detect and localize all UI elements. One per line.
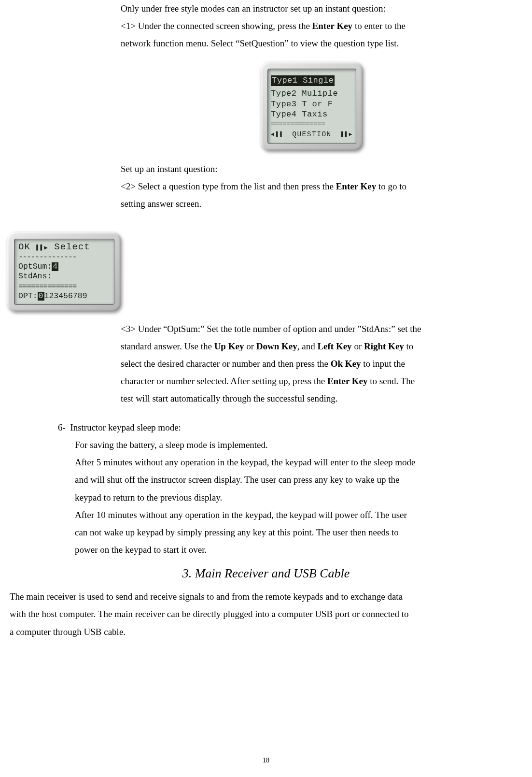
device-select-screen: OK ▌▌▶ Select -------------- OptSum:4 St…: [7, 232, 522, 312]
text: select the desired character or number a…: [121, 359, 331, 369]
lcd-line: Type4 Taxis: [271, 109, 353, 119]
left-key-bold: Left Key: [317, 341, 351, 351]
item-title: Instructor keypad sleep mode:: [70, 422, 181, 432]
lcd-line-selected: Type1 Single: [271, 75, 335, 86]
text-line: Only under free style modes can an instr…: [121, 0, 518, 17]
down-key-bold: Down Key: [256, 341, 297, 351]
text-line: The main receiver is used to send and re…: [10, 588, 518, 605]
lcd-dash-row: --------------: [18, 253, 110, 261]
up-key-bold: Up Key: [214, 341, 244, 351]
lcd-separator: ==============: [18, 283, 110, 290]
lcd-line: Type2 Muliple: [271, 88, 353, 99]
arrow-left-icon: ◀▐▐: [271, 130, 282, 140]
text-line: character or number selected. After sett…: [121, 373, 518, 390]
device-screen: Type1 Single Type2 Muliple Type3 T or F …: [267, 69, 356, 144]
page-number: 18: [0, 754, 532, 767]
item6-body: For saving the battery, a sleep mode is …: [75, 436, 518, 559]
text-line: For saving the battery, a sleep mode is …: [75, 436, 518, 454]
select-label: Select: [54, 242, 90, 252]
lcd-separator: ==============: [271, 120, 353, 128]
text: to go to: [376, 181, 406, 191]
text-line: power on the keypad to start it over.: [75, 541, 518, 559]
numbered-item-6: 6- Instructor keypad sleep mode:: [58, 419, 522, 436]
text: standard answer. Use the: [121, 341, 214, 351]
section-3-heading: 3. Main Receiver and USB Cable: [10, 561, 522, 585]
arrow-right-icon: ▌▌▶: [341, 130, 353, 140]
device-screen: OK ▌▌▶ Select -------------- OptSum:4 St…: [14, 239, 114, 305]
text: character or number selected. After sett…: [121, 376, 327, 386]
device-question-list: Type1 Single Type2 Muliple Type3 T or F …: [261, 62, 522, 150]
text-line: After 5 minutes without any operation in…: [75, 454, 518, 471]
page: Only under free style modes can an instr…: [0, 0, 532, 777]
text: or: [244, 341, 256, 351]
text-line: select the desired character or number a…: [121, 355, 518, 373]
ok-key-bold: Ok Key: [331, 359, 361, 369]
device-shell: OK ▌▌▶ Select -------------- OptSum:4 St…: [7, 232, 121, 312]
lcd-top-row: OK ▌▌▶ Select: [18, 242, 110, 252]
text-line: and will shut off the instructor screen …: [75, 471, 518, 489]
arrow-right-icon: ▌▌▶: [36, 245, 48, 251]
text-line: keypad to return to the previous display…: [75, 489, 518, 506]
lcd-stdans-row: StdAns:: [18, 272, 110, 282]
optsum-value: 4: [52, 262, 58, 271]
intro-paragraph: Only under free style modes can an instr…: [121, 0, 518, 52]
enter-key-bold: Enter Key: [327, 376, 368, 386]
setup-paragraph: Set up an instant question: <2> Select a…: [121, 160, 518, 213]
enter-key-bold: Enter Key: [312, 21, 353, 31]
section-3-paragraph: The main receiver is used to send and re…: [10, 588, 518, 640]
ok-label: OK: [18, 242, 30, 252]
opt-label: OPT:: [18, 291, 38, 301]
text-line: standard answer. Use the Up Key or Down …: [121, 338, 518, 355]
text-line: can not wake up keypad by simply pressin…: [75, 524, 518, 541]
text: <1> Under the connected screen showing, …: [121, 21, 312, 31]
text-line: <2> Select a question type from the list…: [121, 178, 518, 195]
item-number: 6-: [58, 422, 66, 432]
text-line: <3> Under “OptSum:” Set the totle number…: [121, 320, 518, 338]
text: to: [404, 341, 414, 351]
text: , and: [297, 341, 318, 351]
text-line: After 10 minutes without any operation i…: [75, 506, 518, 524]
text: to input the: [361, 359, 405, 369]
lcd-footer: ◀▐▐ QUESTION ▌▌▶: [271, 128, 353, 142]
text: <2> Select a question type from the list…: [121, 181, 336, 191]
lcd-footer-text: QUESTION: [292, 128, 332, 142]
text: to enter to the: [352, 21, 406, 31]
opt-selected: 0: [38, 292, 44, 301]
right-key-bold: Right Key: [364, 341, 404, 351]
device-shell: Type1 Single Type2 Muliple Type3 T or F …: [261, 62, 363, 150]
text-line: <1> Under the connected screen showing, …: [121, 17, 518, 35]
step3-paragraph: <3> Under “OptSum:” Set the totle number…: [121, 320, 518, 407]
text: or: [352, 341, 364, 351]
lcd-opt-row: OPT:0123456789: [18, 291, 110, 302]
text-line: a computer through USB cable.: [10, 623, 518, 641]
text: to send. The: [367, 376, 415, 386]
lcd-line: Type3 T or F: [271, 99, 353, 109]
text-line: test will start automatically through th…: [121, 390, 518, 407]
optsum-label: OptSum:: [18, 262, 52, 271]
text-line: Set up an instant question:: [121, 160, 518, 178]
enter-key-bold: Enter Key: [336, 181, 377, 191]
text-line: with the host computer. The main receive…: [10, 605, 518, 623]
opt-rest: 123456789: [44, 291, 87, 301]
text-line: setting answer screen.: [121, 195, 518, 213]
lcd-optsum-row: OptSum:4: [18, 262, 110, 272]
text-line: network function menu. Select “SetQuesti…: [121, 35, 518, 52]
